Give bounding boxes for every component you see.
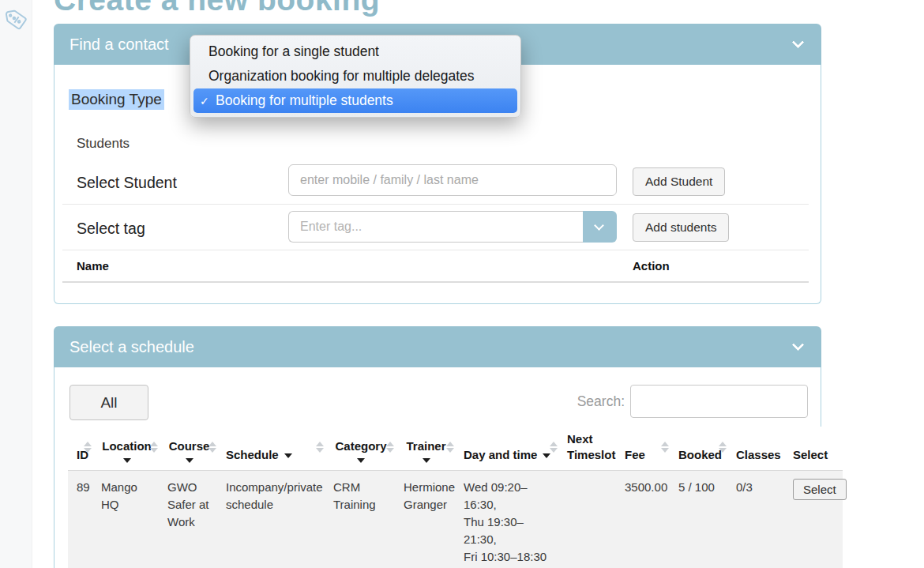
- select-tag-label: Select tag: [77, 220, 145, 238]
- column-label: Fee: [625, 448, 645, 461]
- tag-input-group: [288, 211, 617, 243]
- select-schedule-button[interactable]: Select: [793, 479, 847, 500]
- table-header-underline: [62, 281, 809, 283]
- student-search-input[interactable]: [288, 164, 617, 196]
- filter-caret-icon[interactable]: [357, 458, 365, 463]
- column-header-id[interactable]: ID: [68, 427, 92, 471]
- column-label: Next Timeslot: [567, 432, 615, 461]
- cell-id: 89: [68, 471, 92, 568]
- sort-arrows-icon[interactable]: [719, 442, 727, 453]
- cell-category: CRM Training: [325, 471, 395, 568]
- cell-trainer: Hermione Granger: [395, 471, 455, 568]
- sort-arrows-icon[interactable]: [386, 442, 394, 453]
- filter-caret-icon[interactable]: [423, 458, 430, 463]
- column-header-booked[interactable]: Booked: [670, 427, 727, 471]
- schedule-panel: Select a schedule All Search: IDLocation…: [54, 326, 821, 568]
- column-header-course[interactable]: Course: [159, 427, 217, 471]
- filter-all-button[interactable]: All: [69, 385, 148, 420]
- booking-type-menu: Booking for a single studentOrganization…: [190, 35, 521, 118]
- booking-type-option[interactable]: Booking for a single student: [190, 39, 520, 64]
- discount-tag-icon[interactable]: [6, 9, 28, 34]
- column-header-trainer[interactable]: Trainer: [395, 427, 455, 471]
- filter-caret-icon[interactable]: [123, 458, 131, 463]
- filter-caret-icon[interactable]: [186, 458, 193, 463]
- divider: [62, 204, 809, 205]
- collapse-chevron-icon: [792, 36, 805, 49]
- cell-course: GWO Safer at Work: [159, 471, 217, 568]
- sort-arrows-icon[interactable]: [550, 442, 558, 453]
- cell-schedule: Incompany/private schedule: [217, 471, 325, 568]
- find-contact-title: Find a contact: [69, 36, 169, 54]
- column-header-classes: Classes: [727, 427, 784, 471]
- contacts-name-header: Name: [77, 259, 109, 273]
- students-heading: Students: [77, 136, 130, 152]
- column-label: Course: [169, 438, 210, 454]
- sort-arrows-icon[interactable]: [661, 442, 669, 453]
- schedule-table-header-row: IDLocationCourseScheduleCategoryTrainerD…: [68, 427, 843, 471]
- column-header-category[interactable]: Category: [325, 427, 395, 471]
- sort-arrows-icon[interactable]: [150, 442, 158, 453]
- search-label: Search:: [530, 393, 625, 410]
- filter-caret-icon[interactable]: [284, 453, 292, 458]
- chevron-down-icon: [594, 220, 604, 231]
- tag-input[interactable]: [288, 211, 583, 243]
- search-input[interactable]: [630, 385, 808, 418]
- schedule-row: 89Mango HQGWO Safer at WorkIncompany/pri…: [68, 471, 843, 568]
- filter-caret-icon[interactable]: [543, 453, 550, 458]
- cell-classes: 0/3: [727, 471, 784, 568]
- column-header-fee[interactable]: Fee: [616, 427, 670, 471]
- sort-arrows-icon[interactable]: [316, 442, 324, 453]
- schedule-table-wrap: IDLocationCourseScheduleCategoryTrainerD…: [68, 427, 843, 568]
- column-header-select: Select: [784, 427, 843, 471]
- booking-type-option[interactable]: ✓Booking for multiple students: [193, 88, 517, 113]
- cell-next-timeslot: [558, 471, 616, 568]
- cell-fee: 3500.00: [616, 471, 670, 568]
- column-label: Category: [335, 438, 386, 454]
- column-label: Booked: [678, 448, 722, 461]
- page-title: Create a new booking: [54, 0, 380, 17]
- left-sidebar: [0, 0, 32, 568]
- column-label: Day and time: [464, 448, 537, 461]
- schedule-panel-body: All Search: IDLocationCourseScheduleCate…: [54, 367, 821, 568]
- column-header-day-and-time[interactable]: Day and time: [455, 427, 558, 471]
- column-label: Schedule: [226, 448, 279, 461]
- schedule-panel-header[interactable]: Select a schedule: [54, 326, 821, 367]
- column-label: Classes: [736, 448, 781, 461]
- schedule-table: IDLocationCourseScheduleCategoryTrainerD…: [68, 427, 843, 568]
- add-student-button[interactable]: Add Student: [633, 167, 725, 196]
- checkmark-icon: ✓: [200, 89, 216, 114]
- booking-type-option[interactable]: Organization booking for multiple delega…: [190, 64, 520, 88]
- contacts-action-header: Action: [633, 259, 670, 273]
- add-students-button[interactable]: Add students: [633, 213, 729, 242]
- cell-select: Select: [784, 471, 843, 568]
- collapse-chevron-icon: [792, 339, 805, 352]
- sort-arrows-icon[interactable]: [84, 442, 92, 453]
- column-header-schedule[interactable]: Schedule: [217, 427, 325, 471]
- schedule-panel-title: Select a schedule: [69, 338, 194, 356]
- column-label: Trainer: [406, 438, 445, 454]
- cell-booked: 5 / 100: [670, 471, 727, 568]
- divider: [62, 250, 809, 250]
- column-header-next-timeslot: Next Timeslot: [558, 427, 616, 471]
- column-label: Select: [793, 448, 828, 461]
- sort-arrows-icon[interactable]: [446, 442, 454, 453]
- tag-dropdown-button[interactable]: [583, 211, 617, 243]
- column-header-location[interactable]: Location: [92, 427, 159, 471]
- cell-location: Mango HQ: [92, 471, 159, 568]
- select-student-label: Select Student: [77, 174, 177, 192]
- booking-type-label: Booking Type: [69, 89, 164, 110]
- sort-arrows-icon[interactable]: [208, 442, 216, 453]
- cell-day-and-time: Wed 09:20–16:30, Thu 19:30–21:30, Fri 10…: [455, 471, 558, 568]
- column-label: Location: [102, 438, 152, 454]
